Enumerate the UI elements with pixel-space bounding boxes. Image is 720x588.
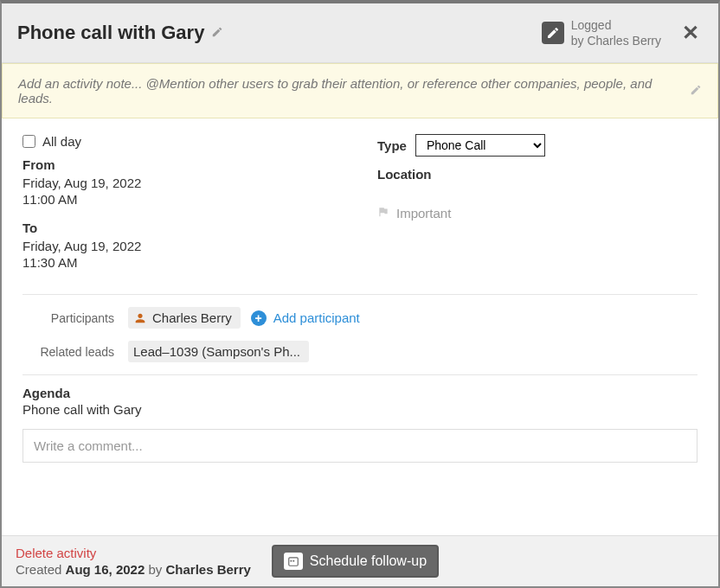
from-group: From Friday, Aug 19, 2022 11:00 AM: [22, 157, 343, 207]
participants-label: Participants: [22, 311, 118, 325]
lead-chip[interactable]: Lead–1039 (Sampson's Ph...: [128, 341, 309, 362]
calendar-icon: [284, 553, 303, 570]
comment-input[interactable]: [22, 429, 698, 463]
allday-checkbox[interactable]: [22, 135, 35, 148]
activity-note-banner[interactable]: Add an activity note... @Mention other u…: [2, 63, 718, 118]
important-toggle[interactable]: Important: [377, 206, 698, 220]
svg-rect-0: [289, 558, 299, 566]
agenda-label: Agenda: [22, 386, 698, 400]
svg-rect-1: [290, 560, 292, 562]
divider: [22, 374, 698, 375]
to-time[interactable]: 11:30 AM: [22, 255, 343, 270]
note-edit-icon[interactable]: [690, 84, 702, 99]
activity-footer: Delete activity Created Aug 16, 2022 by …: [2, 535, 718, 586]
activity-title: Phone call with Gary: [17, 22, 204, 44]
agenda-section: Agenda Phone call with Gary: [22, 386, 698, 463]
participant-chip[interactable]: Charles Berry: [128, 307, 241, 329]
to-group: To Friday, Aug 19, 2022 11:30 AM: [22, 220, 343, 270]
related-leads-label: Related leads: [22, 345, 118, 359]
person-icon: [133, 311, 147, 325]
to-date[interactable]: Friday, Aug 19, 2022: [22, 239, 343, 253]
allday-label: All day: [42, 134, 81, 149]
location-label: Location: [377, 167, 698, 182]
schedule-followup-button[interactable]: Schedule follow-up: [272, 545, 439, 578]
type-select[interactable]: Phone Call: [415, 134, 545, 157]
from-label: From: [22, 157, 343, 172]
from-time[interactable]: 11:00 AM: [22, 192, 343, 207]
created-text: Created Aug 16, 2022 by Charles Berry: [16, 562, 251, 577]
from-date[interactable]: Friday, Aug 19, 2022: [22, 176, 343, 190]
svg-rect-2: [292, 560, 294, 562]
activity-content: All day From Friday, Aug 19, 2022 11:00 …: [2, 118, 718, 471]
flag-icon: [377, 206, 389, 220]
plus-icon: +: [251, 310, 267, 326]
important-label: Important: [396, 206, 451, 220]
type-label: Type: [377, 138, 407, 153]
logged-icon: [542, 22, 564, 44]
divider: [22, 294, 698, 295]
activity-header: Phone call with Gary Logged by Charles B…: [2, 3, 718, 63]
related-leads-row: Related leads Lead–1039 (Sampson's Ph...: [22, 341, 698, 362]
logged-label: Logged: [571, 17, 661, 33]
edit-title-icon[interactable]: [211, 26, 223, 41]
to-label: To: [22, 220, 343, 235]
logged-badge: Logged by Charles Berry: [542, 17, 661, 48]
note-placeholder: Add an activity note... @Mention other u…: [18, 76, 690, 105]
logged-by: by Charles Berry: [571, 33, 661, 48]
agenda-text: Phone call with Gary: [22, 402, 698, 417]
participants-row: Participants Charles Berry + Add partici…: [22, 307, 698, 329]
close-icon[interactable]: ✕: [678, 21, 703, 45]
delete-activity-link[interactable]: Delete activity: [16, 546, 251, 560]
add-participant-button[interactable]: + Add participant: [251, 310, 360, 326]
